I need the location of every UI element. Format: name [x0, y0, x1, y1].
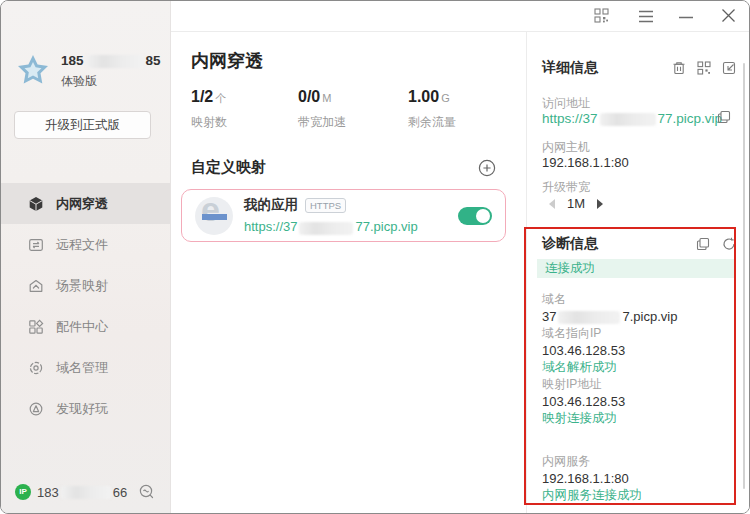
- app-window: 18585 体验版 升级到正式版 内网穿透 远程文件: [0, 0, 750, 514]
- stat-traffic: 1.00G 剩余流量: [408, 88, 515, 131]
- delete-icon[interactable]: [672, 61, 686, 75]
- stat-bandwidth: 0/0M 带宽加速: [298, 88, 408, 131]
- stat-mappings: 1/2个 映射数: [191, 88, 298, 131]
- domain-status: 域名解析成功: [542, 359, 677, 376]
- domain-gear-icon: [28, 360, 44, 376]
- user-info: 18585 体验版: [15, 53, 161, 90]
- minimize-icon[interactable]: [679, 16, 693, 19]
- redacted-text: [299, 222, 353, 235]
- file-transfer-icon: [28, 237, 44, 253]
- copy-icon[interactable]: [696, 237, 710, 251]
- bandwidth-stepper: 1M: [549, 196, 603, 211]
- sidebar-item-accessories[interactable]: 配件中心: [1, 306, 170, 347]
- lan-host-value: 192.168.1.1:80: [542, 155, 629, 170]
- cube-icon: [28, 196, 44, 212]
- lan-service-value: 192.168.1.1:80: [542, 470, 677, 487]
- menu-icon[interactable]: [638, 10, 654, 23]
- details-panel: 详细信息: [526, 32, 749, 513]
- diagnosis-title: 诊断信息: [542, 235, 598, 253]
- details-title: 详细信息: [542, 59, 598, 77]
- upgrade-button[interactable]: 升级到正式版: [14, 111, 151, 139]
- bandwidth-label: 升级带宽: [542, 179, 590, 196]
- sidebar: 18585 体验版 升级到正式版 内网穿透 远程文件: [1, 1, 171, 513]
- custom-mapping-title: 自定义映射: [191, 158, 266, 177]
- bandwidth-value: 1M: [567, 196, 585, 211]
- main-panel: 内网穿透 1/2个 映射数 0/0M 带宽加速 1.00G 剩余流量 自定义映射: [171, 32, 526, 513]
- edit-icon[interactable]: [722, 61, 736, 75]
- stats-row: 1/2个 映射数 0/0M 带宽加速 1.00G 剩余流量: [191, 88, 515, 131]
- app-logo-icon: e: [195, 197, 233, 235]
- ip-badge: IP: [15, 484, 31, 500]
- sidebar-menu: 内网穿透 远程文件 场景映射: [1, 183, 170, 429]
- page-title: 内网穿透: [191, 49, 263, 73]
- map-ip-value: 103.46.128.53: [542, 393, 677, 410]
- connection-status-banner: 连接成功: [537, 259, 735, 278]
- lan-service-label: 内网服务: [542, 453, 677, 470]
- user-phone: 18585: [61, 53, 161, 68]
- user-plan-label: 体验版: [61, 73, 161, 90]
- discover-icon: [28, 401, 44, 417]
- sidebar-item-scene-mapping[interactable]: 场景映射: [1, 265, 170, 306]
- protocol-tag: HTTPS: [305, 198, 346, 213]
- diagnosis-rows: 域名 377.picp.vip 域名指向IP 103.46.128.53 域名解…: [542, 291, 677, 504]
- diagnose-magnifier-icon[interactable]: [138, 483, 156, 501]
- star-avatar-icon: [15, 53, 51, 89]
- domain-label: 域名: [542, 291, 677, 308]
- add-mapping-button[interactable]: [478, 159, 496, 177]
- access-address-url[interactable]: https://3777.picp.vip: [542, 111, 722, 126]
- footer-account: 18366: [37, 485, 127, 500]
- sidebar-item-discover[interactable]: 发现好玩: [1, 388, 170, 429]
- domain-ip-value: 103.46.128.53: [542, 342, 677, 359]
- access-address-label: 访问地址: [542, 95, 590, 112]
- close-icon[interactable]: [721, 8, 736, 23]
- domain-value: 377.picp.vip: [542, 308, 677, 325]
- redacted-text: [600, 113, 656, 126]
- redacted-text: [86, 55, 144, 68]
- copy-icon[interactable]: [717, 110, 731, 124]
- map-status: 映射连接成功: [542, 410, 677, 427]
- sidebar-item-domain-management[interactable]: 域名管理: [1, 347, 170, 388]
- redacted-text: [61, 486, 111, 499]
- domain-ip-label: 域名指向IP: [542, 325, 677, 342]
- scrollbar-thumb[interactable]: [743, 63, 745, 489]
- custom-mapping-header: 自定义映射: [191, 158, 496, 177]
- mapping-url[interactable]: https://3777.picp.vip: [244, 219, 418, 234]
- increase-bandwidth-arrow[interactable]: [597, 199, 603, 209]
- mapping-toggle[interactable]: [458, 207, 492, 225]
- redacted-text: [558, 311, 620, 324]
- qr-code-icon[interactable]: [594, 8, 609, 23]
- sidebar-footer: IP 18366: [15, 482, 156, 502]
- decrease-bandwidth-arrow[interactable]: [549, 199, 555, 209]
- map-ip-label: 映射IP地址: [542, 376, 677, 393]
- qr-code-icon[interactable]: [697, 61, 711, 75]
- titlebar: [171, 1, 749, 32]
- lan-host-label: 内网主机: [542, 139, 590, 156]
- mapping-name: 我的应用: [244, 196, 298, 214]
- sidebar-item-remote-files[interactable]: 远程文件: [1, 224, 170, 265]
- sidebar-item-nat-traversal[interactable]: 内网穿透: [1, 183, 170, 224]
- lan-service-status: 内网服务连接成功: [542, 487, 677, 504]
- widgets-icon: [28, 319, 44, 335]
- refresh-icon[interactable]: [722, 237, 736, 251]
- mapping-card[interactable]: e 我的应用 HTTPS https://3777.picp.vip: [181, 189, 506, 242]
- scene-icon: [28, 278, 44, 294]
